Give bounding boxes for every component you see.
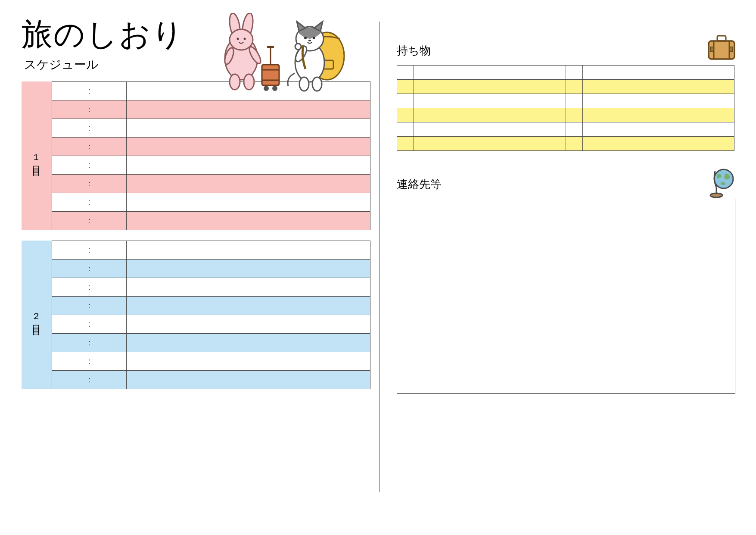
table-row: : xyxy=(52,156,370,175)
check-cell xyxy=(566,66,582,80)
desc-cell xyxy=(127,352,370,371)
item-cell xyxy=(414,108,566,122)
table-row: : xyxy=(52,100,370,119)
desc-cell xyxy=(127,100,370,119)
table-row: : xyxy=(52,193,370,212)
item-cell xyxy=(582,80,734,94)
time-cell: : xyxy=(52,315,127,334)
desc-cell xyxy=(127,278,370,297)
time-cell: : xyxy=(52,193,127,212)
svg-rect-32 xyxy=(717,36,726,41)
time-cell: : xyxy=(52,278,127,297)
check-cell xyxy=(397,80,414,94)
check-cell xyxy=(566,80,582,94)
contact-box xyxy=(397,199,735,394)
svg-point-15 xyxy=(264,86,269,91)
desc-cell xyxy=(127,241,370,260)
desc-cell xyxy=(127,260,370,278)
check-cell xyxy=(566,94,582,108)
table-row: : xyxy=(52,352,370,371)
table-row xyxy=(397,66,734,80)
time-cell: : xyxy=(52,100,127,119)
svg-rect-10 xyxy=(262,65,279,85)
check-cell xyxy=(397,137,414,151)
table-row: : xyxy=(52,241,370,260)
svg-point-4 xyxy=(237,38,239,40)
table-row: : xyxy=(52,212,370,230)
time-cell: : xyxy=(52,260,127,278)
schedule-heading: スケジュール xyxy=(24,56,184,73)
desc-cell xyxy=(127,193,370,212)
item-cell xyxy=(582,66,734,80)
item-cell xyxy=(582,137,734,151)
table-row: : xyxy=(52,278,370,297)
svg-point-8 xyxy=(230,74,240,90)
day2-label: ２日目 xyxy=(22,241,52,389)
svg-point-16 xyxy=(272,86,277,91)
table-row: : xyxy=(52,119,370,138)
desc-cell xyxy=(127,371,370,389)
item-cell xyxy=(414,137,566,151)
table-row xyxy=(397,122,734,137)
table-row xyxy=(397,80,734,94)
svg-point-5 xyxy=(244,38,246,40)
item-cell xyxy=(414,94,566,108)
table-row: : xyxy=(52,334,370,352)
table-row: : xyxy=(52,138,370,156)
time-cell: : xyxy=(52,371,127,389)
items-heading: 持ち物 xyxy=(397,44,431,57)
time-cell: : xyxy=(52,119,127,138)
table-row xyxy=(397,94,734,108)
table-row xyxy=(397,137,734,151)
table-row xyxy=(397,108,734,122)
desc-cell xyxy=(127,119,370,138)
globe-icon xyxy=(709,166,739,203)
svg-point-27 xyxy=(312,77,322,91)
table-row: : xyxy=(52,315,370,334)
desc-cell xyxy=(127,156,370,175)
time-cell: : xyxy=(52,241,127,260)
desc-cell xyxy=(127,334,370,352)
svg-point-21 xyxy=(304,37,307,39)
day1-label: １日目 xyxy=(22,81,52,230)
svg-point-22 xyxy=(313,37,315,39)
suitcase-icon xyxy=(704,32,739,66)
item-cell xyxy=(414,80,566,94)
check-cell xyxy=(397,108,414,122)
svg-rect-33 xyxy=(710,47,714,51)
time-cell: : xyxy=(52,297,127,315)
time-cell: : xyxy=(52,156,127,175)
time-cell: : xyxy=(52,212,127,230)
check-cell xyxy=(397,94,414,108)
table-row: : xyxy=(52,175,370,193)
svg-point-35 xyxy=(714,169,733,188)
svg-point-26 xyxy=(299,77,309,91)
time-cell: : xyxy=(52,352,127,371)
check-cell xyxy=(566,122,582,137)
table-row: : xyxy=(52,260,370,278)
rabbit-with-suitcase-icon xyxy=(211,13,289,95)
svg-rect-14 xyxy=(267,46,274,48)
items-table xyxy=(397,65,734,151)
day1-schedule-table: : : : : : : : : xyxy=(52,81,370,230)
check-cell xyxy=(566,108,582,122)
table-row: : xyxy=(52,371,370,389)
time-cell: : xyxy=(52,82,127,100)
check-cell xyxy=(566,137,582,151)
svg-point-25 xyxy=(295,44,301,50)
contact-heading: 連絡先等 xyxy=(397,178,442,191)
desc-cell xyxy=(127,212,370,230)
time-cell: : xyxy=(52,175,127,193)
page-title: 旅のしおり xyxy=(22,17,184,51)
svg-point-9 xyxy=(244,74,254,90)
svg-point-37 xyxy=(710,193,722,197)
check-cell xyxy=(397,66,414,80)
time-cell: : xyxy=(52,334,127,352)
mascot-illustration xyxy=(211,13,351,97)
item-cell xyxy=(582,122,734,137)
time-cell: : xyxy=(52,138,127,156)
table-row: : xyxy=(52,297,370,315)
items-heading-row: 持ち物 xyxy=(397,43,734,58)
contact-heading-row: 連絡先等 xyxy=(397,177,734,192)
item-cell xyxy=(414,122,566,137)
